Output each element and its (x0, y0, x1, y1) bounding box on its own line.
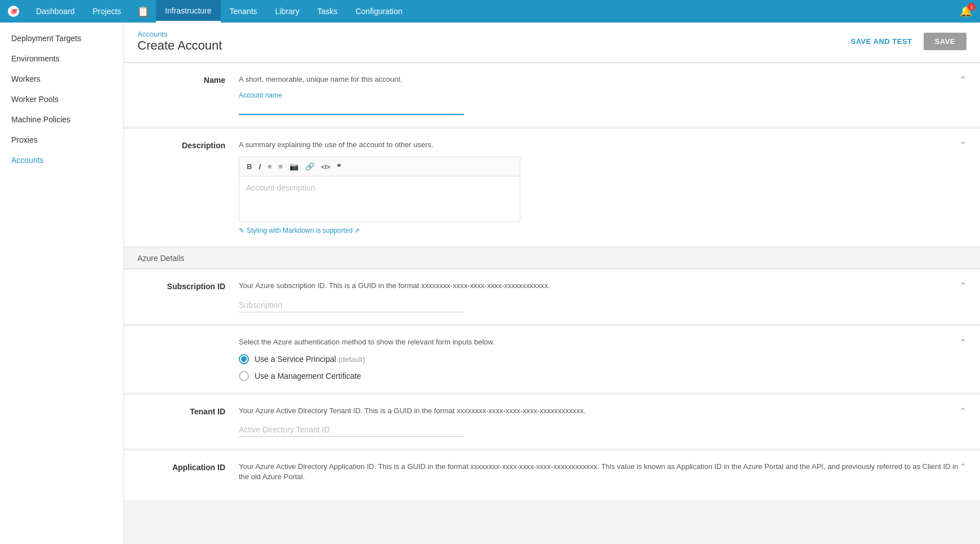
page-layout: Deployment Targets Environments Workers … (0, 23, 980, 544)
nav-item-deployments-icon[interactable]: 📋 (130, 0, 156, 23)
subscription-content: Your Azure subscription ID. This is a GU… (239, 281, 966, 312)
subscription-label: Subscription ID (167, 282, 225, 291)
application-id-label: Application ID (172, 463, 225, 472)
rich-text-editor: B I ≡ ≡ 📷 🔗 </> ❝ Account description (239, 157, 520, 222)
tenant-id-content: Your Azure Active Directory Tenant ID. T… (239, 406, 966, 437)
nav-item-configuration[interactable]: Configuration (346, 0, 411, 23)
name-field-label: Account name (239, 91, 966, 99)
sidebar: Deployment Targets Environments Workers … (0, 23, 124, 544)
sidebar-item-worker-pools[interactable]: Worker Pools (0, 89, 123, 109)
auth-method-label-col (137, 337, 239, 381)
header-actions: SAVE AND TEST SAVE (844, 33, 966, 50)
name-row: Name A short, memorable, unique name for… (124, 63, 980, 127)
tenant-id-input[interactable] (239, 423, 464, 437)
rte-unordered-list-button[interactable]: ≡ (265, 161, 275, 173)
application-id-content: Your Azure Active Directory Application … (239, 462, 966, 489)
rte-code-button[interactable]: </> (318, 162, 333, 172)
nav-item-tasks[interactable]: Tasks (308, 0, 346, 23)
nav-right: 🔔 1 (960, 5, 980, 17)
name-collapse-button[interactable]: ⌃ (959, 74, 966, 85)
rte-placeholder: Account description (246, 183, 315, 192)
tenant-id-row: Tenant ID Your Azure Active Directory Te… (124, 395, 980, 449)
octopus-icon: 🐙 (8, 6, 19, 17)
sidebar-item-deployment-targets[interactable]: Deployment Targets (0, 28, 123, 48)
nav-item-dashboard[interactable]: Dashboard (27, 0, 84, 23)
radio-service-principal-circle (239, 354, 249, 364)
description-label-col: Description (137, 140, 239, 235)
radio-management-certificate[interactable]: Use a Management Certificate (239, 371, 966, 381)
rte-body[interactable]: Account description (239, 176, 520, 222)
subscription-label-col: Subscription ID (137, 281, 239, 312)
sidebar-item-accounts[interactable]: Accounts (0, 150, 123, 170)
subscription-input[interactable] (239, 298, 464, 312)
auth-method-content: Select the Azure authentication method t… (239, 337, 966, 381)
rte-ordered-list-button[interactable]: ≡ (276, 161, 286, 173)
sidebar-item-environments[interactable]: Environments (0, 48, 123, 69)
sidebar-item-workers[interactable]: Workers (0, 69, 123, 89)
top-navigation: 🐙 Dashboard Projects 📋 Infrastructure Te… (0, 0, 980, 23)
page-header-left: Accounts Create Account (137, 29, 222, 53)
tenant-id-label-col: Tenant ID (137, 406, 239, 437)
tenant-id-desc: Your Azure Active Directory Tenant ID. T… (239, 406, 966, 416)
page-title: Create Account (137, 38, 222, 53)
name-label: Name (204, 76, 225, 85)
radio-service-principal[interactable]: Use a Service Principal (default) (239, 354, 966, 364)
auth-method-desc: Select the Azure authentication method t… (239, 337, 966, 347)
markdown-icon: ✎ (239, 227, 244, 235)
auth-method-section: Select the Azure authentication method t… (124, 325, 980, 393)
rte-italic-button[interactable]: I (256, 161, 264, 173)
auth-method-collapse-button[interactable]: ⌃ (959, 337, 966, 348)
save-button[interactable]: SAVE (924, 33, 966, 50)
application-id-label-col: Application ID (137, 462, 239, 489)
description-label: Description (182, 141, 225, 150)
page-header: Accounts Create Account SAVE AND TEST SA… (124, 23, 980, 63)
application-id-row: Application ID Your Azure Active Directo… (124, 450, 980, 501)
name-content: A short, memorable, unique name for this… (239, 74, 966, 115)
deployments-icon: 📋 (137, 5, 149, 17)
rte-bold-button[interactable]: B (244, 161, 255, 173)
app-logo[interactable]: 🐙 (0, 6, 27, 17)
nav-item-infrastructure[interactable]: Infrastructure (156, 0, 220, 23)
nav-item-projects[interactable]: Projects (84, 0, 131, 23)
radio-service-principal-label: Use a Service Principal (default) (255, 355, 365, 364)
sidebar-item-machine-policies[interactable]: Machine Policies (0, 109, 123, 130)
tenant-id-section: Tenant ID Your Azure Active Directory Te… (124, 394, 980, 449)
radio-management-certificate-label: Use a Management Certificate (255, 371, 361, 381)
radio-management-certificate-circle (239, 371, 249, 381)
rte-link-button[interactable]: 🔗 (302, 161, 317, 173)
markdown-link[interactable]: Styling with Markdown is supported ⇗ (247, 227, 360, 235)
notification-count: 1 (968, 3, 975, 11)
notification-bell[interactable]: 🔔 1 (960, 5, 972, 17)
subscription-row: Subscription ID Your Azure subscription … (124, 269, 980, 324)
description-desc: A summary explaining the use of the acco… (239, 140, 966, 150)
description-row: Description A summary explaining the use… (124, 129, 980, 246)
rte-quote-button[interactable]: ❝ (334, 161, 344, 173)
rte-toolbar: B I ≡ ≡ 📷 🔗 </> ❝ (239, 157, 520, 176)
name-section: Name A short, memorable, unique name for… (124, 63, 980, 127)
tenant-id-collapse-button[interactable]: ⌃ (959, 406, 966, 417)
account-name-input[interactable] (239, 100, 464, 115)
nav-items: Dashboard Projects 📋 Infrastructure Tena… (27, 0, 411, 23)
application-id-section: Application ID Your Azure Active Directo… (124, 450, 980, 501)
sidebar-item-proxies[interactable]: Proxies (0, 130, 123, 150)
name-label-col: Name (137, 74, 239, 115)
application-id-desc: Your Azure Active Directory Application … (239, 462, 966, 482)
azure-details-divider: Azure Details (124, 247, 980, 269)
main-content: Accounts Create Account SAVE AND TEST SA… (124, 23, 980, 544)
nav-item-library[interactable]: Library (266, 0, 309, 23)
tenant-id-label: Tenant ID (190, 407, 225, 416)
rte-image-button[interactable]: 📷 (287, 161, 301, 173)
description-section: Description A summary explaining the use… (124, 128, 980, 246)
description-content: A summary explaining the use of the acco… (239, 140, 966, 235)
nav-item-tenants[interactable]: Tenants (221, 0, 266, 23)
save-and-test-button[interactable]: SAVE AND TEST (844, 33, 919, 50)
subscription-section: Subscription ID Your Azure subscription … (124, 269, 980, 324)
description-collapse-button[interactable]: ⌃ (959, 140, 966, 151)
breadcrumb[interactable]: Accounts (137, 30, 167, 38)
subscription-collapse-button[interactable]: ⌃ (959, 281, 966, 291)
subscription-desc: Your Azure subscription ID. This is a GU… (239, 281, 966, 291)
auth-method-radio-group: Use a Service Principal (default) Use a … (239, 354, 966, 381)
markdown-note: ✎ Styling with Markdown is supported ⇗ (239, 227, 966, 235)
name-description: A short, memorable, unique name for this… (239, 74, 966, 85)
application-id-collapse-button[interactable]: ⌃ (959, 462, 966, 472)
